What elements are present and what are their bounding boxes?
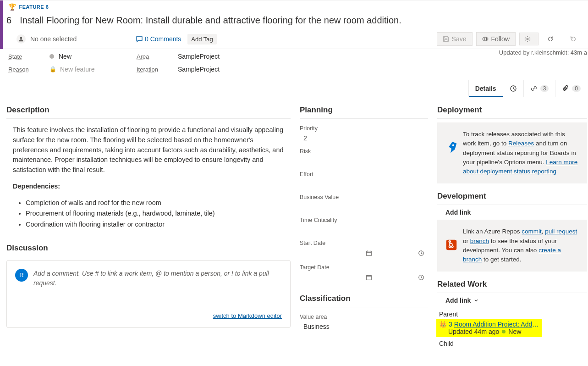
svg-point-0 — [20, 37, 22, 39]
clock-icon[interactable] — [418, 250, 424, 258]
svg-rect-4 — [367, 251, 372, 256]
parent-state: New — [508, 328, 521, 335]
priority-value[interactable]: 2 — [300, 134, 428, 142]
svg-rect-6 — [367, 276, 372, 280]
attachments-count: 0 — [572, 85, 581, 92]
commit-link[interactable]: commit — [522, 228, 542, 235]
parent-work-item[interactable]: 👑 3 Room Addition Project: Adding a new … — [436, 319, 542, 337]
parent-label: Parent — [439, 311, 587, 318]
crown-icon: 👑 — [439, 321, 447, 328]
tab-links[interactable]: 3 — [523, 80, 555, 97]
pull-request-link[interactable]: pull request — [545, 228, 577, 235]
deployment-info-box: To track releases associated with this w… — [437, 122, 587, 183]
value-area-value[interactable]: Business — [300, 323, 428, 330]
feature-type-label: FEATURE 6 — [19, 4, 49, 10]
risk-label: Risk — [300, 148, 428, 155]
settings-button[interactable] — [519, 33, 539, 45]
links-count: 3 — [540, 85, 549, 92]
releases-link[interactable]: Releases — [508, 140, 534, 147]
target-date-label: Target Date — [300, 264, 428, 271]
save-button[interactable]: Save — [437, 32, 473, 46]
priority-label: Priority — [300, 125, 428, 132]
time-criticality-value[interactable] — [300, 226, 428, 233]
discussion-heading: Discussion — [6, 244, 291, 253]
refresh-icon — [547, 36, 554, 42]
state-dot-icon — [49, 54, 54, 59]
development-heading: Development — [437, 192, 587, 201]
comments-link[interactable]: 0 Comments — [136, 35, 181, 43]
undo-icon — [570, 36, 577, 42]
clock-icon[interactable] — [418, 274, 424, 282]
child-label: Child — [439, 340, 587, 347]
dependency-item: Completion of walls and roof for the new… — [26, 198, 287, 208]
trophy-icon: 🏆 — [8, 3, 16, 11]
comments-count: 0 Comments — [145, 35, 181, 43]
history-icon — [510, 85, 517, 92]
tab-history[interactable] — [503, 80, 523, 97]
state-value[interactable]: New — [59, 53, 71, 60]
reason-label: Reason — [8, 66, 49, 73]
reason-value[interactable]: New feature — [60, 66, 94, 73]
feature-type-badge: 🏆 FEATURE 6 — [0, 0, 588, 13]
add-tag-button[interactable]: Add Tag — [187, 34, 216, 44]
description-text: This feature involves the installation o… — [13, 125, 287, 175]
planning-heading: Planning — [300, 105, 428, 115]
lock-icon: 🔒 — [49, 66, 56, 72]
related-work-heading: Related Work — [437, 280, 587, 289]
time-criticality-label: Time Criticality — [300, 217, 428, 223]
svg-point-1 — [484, 38, 486, 40]
effort-value[interactable] — [300, 180, 428, 188]
tab-attachments[interactable]: 0 — [555, 80, 587, 97]
dependencies-heading: Dependencies: — [13, 183, 60, 190]
comment-input[interactable]: Add a comment. Use # to link a work item… — [33, 269, 282, 288]
revert-button[interactable] — [565, 33, 584, 45]
parent-id: 3 — [449, 321, 452, 328]
updated-by-text: Updated by r.kleinschmidt: 43m a — [499, 49, 587, 56]
link-icon — [530, 85, 538, 92]
area-value[interactable]: SampleProject — [178, 53, 220, 60]
svg-rect-9 — [446, 240, 457, 250]
work-item-id: 6 — [6, 15, 11, 26]
rocket-icon — [445, 141, 458, 155]
avatar: R — [15, 269, 28, 282]
value-area-label: Value area — [300, 314, 428, 320]
related-add-link[interactable]: Add link — [437, 293, 587, 308]
calendar-icon[interactable] — [366, 274, 372, 282]
follow-button[interactable]: Follow — [476, 32, 516, 46]
area-label: Area — [137, 53, 178, 60]
assignee-label: No one selected — [30, 35, 77, 43]
dependency-item: Procurement of flooring materials (e.g.,… — [26, 209, 287, 219]
refresh-button[interactable] — [542, 33, 561, 45]
chevron-down-icon — [473, 298, 479, 303]
work-item-title[interactable]: Install Flooring for New Room: Install d… — [20, 15, 401, 26]
assignee-picker[interactable]: No one selected — [16, 34, 136, 44]
development-info-box: Link an Azure Repos commit, pull request… — [437, 220, 587, 272]
business-value-value[interactable] — [300, 203, 428, 211]
svg-point-2 — [527, 38, 528, 40]
development-add-link[interactable]: Add link — [437, 205, 587, 220]
iteration-value[interactable]: SampleProject — [178, 66, 220, 73]
description-heading: Description — [6, 105, 291, 115]
state-dot-icon — [502, 330, 506, 333]
iteration-label: Iteration — [137, 66, 178, 73]
svg-point-8 — [452, 144, 454, 146]
tab-details[interactable]: Details — [468, 80, 503, 97]
branch-icon — [445, 238, 458, 252]
parent-updated: Updated 44m ago — [448, 328, 499, 335]
risk-value[interactable] — [300, 157, 428, 165]
deployment-heading: Deployment — [437, 105, 587, 115]
person-icon — [16, 34, 26, 44]
parent-title: Room Addition Project: Adding a new r... — [454, 321, 539, 328]
gear-icon — [524, 36, 531, 42]
state-label: State — [8, 53, 49, 60]
description-body[interactable]: This feature involves the installation o… — [6, 125, 291, 230]
attachment-icon — [562, 85, 569, 92]
switch-markdown-link[interactable]: switch to Markdown editor — [213, 312, 282, 319]
business-value-label: Business Value — [300, 194, 428, 200]
branch-link[interactable]: branch — [470, 238, 489, 244]
calendar-icon[interactable] — [366, 250, 372, 258]
dependency-item: Coordination with flooring installer or … — [26, 220, 287, 230]
discussion-box: R Add a comment. Use # to link a work it… — [6, 260, 291, 328]
start-date-label: Start Date — [300, 240, 428, 246]
classification-heading: Classification — [300, 294, 428, 303]
